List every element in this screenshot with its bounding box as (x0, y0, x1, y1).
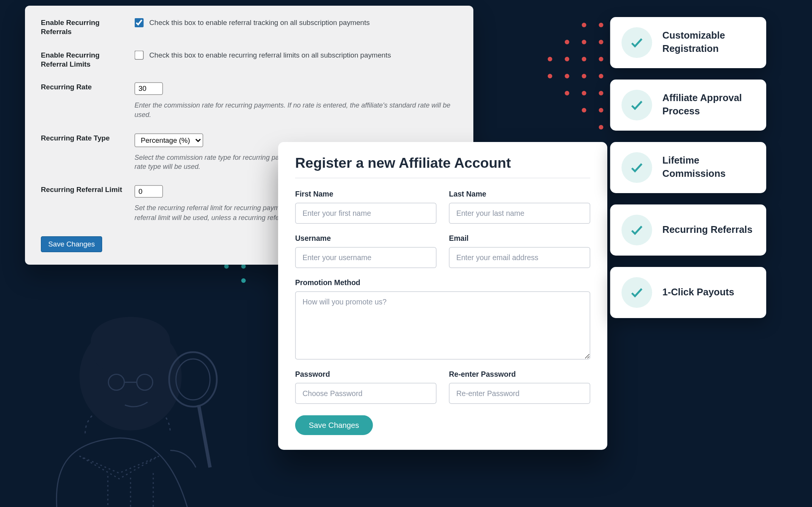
last-name-input[interactable] (449, 203, 591, 224)
feature-item: Recurring Referrals (610, 204, 767, 256)
first-name-label: First Name (295, 190, 437, 198)
register-affiliate-panel: Register a new Affiliate Account First N… (278, 142, 607, 450)
username-label: Username (295, 234, 437, 243)
feature-label: Recurring Referrals (663, 223, 753, 236)
rate-type-select[interactable]: Percentage (%) (135, 133, 204, 147)
password-input[interactable] (295, 383, 437, 404)
features-list: Customizable Registration Affiliate Appr… (610, 17, 767, 329)
password2-input[interactable] (449, 383, 591, 404)
svg-line-6 (199, 405, 210, 467)
check-icon (622, 277, 652, 308)
referral-limit-input[interactable] (135, 185, 163, 198)
feature-item: 1-Click Payouts (610, 267, 767, 318)
password-label: Password (295, 370, 437, 379)
feature-label: 1-Click Payouts (663, 286, 734, 299)
enable-limits-text: Check this box to enable recurring refer… (149, 51, 391, 59)
email-input[interactable] (449, 247, 591, 268)
recurring-rate-help: Enter the commission rate for recurring … (135, 101, 458, 120)
enable-limits-label: Enable Recurring Referral Limits (41, 50, 135, 69)
referral-limit-label: Recurring Referral Limit (41, 185, 135, 222)
save-register-button[interactable]: Save Changes (295, 415, 373, 435)
enable-recurring-label: Enable Recurring Referrals (41, 18, 135, 37)
username-input[interactable] (295, 247, 437, 268)
divider (295, 178, 590, 179)
email-label: Email (449, 234, 591, 243)
promotion-label: Promotion Method (295, 278, 590, 287)
promotion-textarea[interactable] (295, 292, 590, 360)
check-icon (622, 152, 652, 183)
rate-type-label: Recurring Rate Type (41, 133, 135, 172)
feature-item: Customizable Registration (610, 17, 767, 68)
check-icon (622, 27, 652, 58)
first-name-input[interactable] (295, 203, 437, 224)
feature-item: Affiliate Approval Process (610, 80, 767, 131)
check-icon (622, 215, 652, 245)
feature-label: Affiliate Approval Process (663, 92, 755, 118)
password2-label: Re-enter Password (449, 370, 591, 379)
feature-item: Lifetime Commissions (610, 142, 767, 193)
save-settings-button[interactable]: Save Changes (41, 236, 102, 252)
magnifier-person-illustration (23, 285, 261, 507)
last-name-label: Last Name (449, 190, 591, 198)
feature-label: Customizable Registration (663, 30, 755, 56)
check-icon (622, 90, 652, 120)
recurring-rate-label: Recurring Rate (41, 83, 135, 120)
enable-recurring-text: Check this box to enable referral tracki… (149, 19, 370, 27)
feature-label: Lifetime Commissions (663, 154, 755, 181)
register-title: Register a new Affiliate Account (295, 154, 590, 171)
enable-recurring-checkbox[interactable] (135, 18, 144, 27)
recurring-rate-input[interactable] (135, 83, 163, 95)
enable-limits-checkbox[interactable] (135, 50, 144, 59)
